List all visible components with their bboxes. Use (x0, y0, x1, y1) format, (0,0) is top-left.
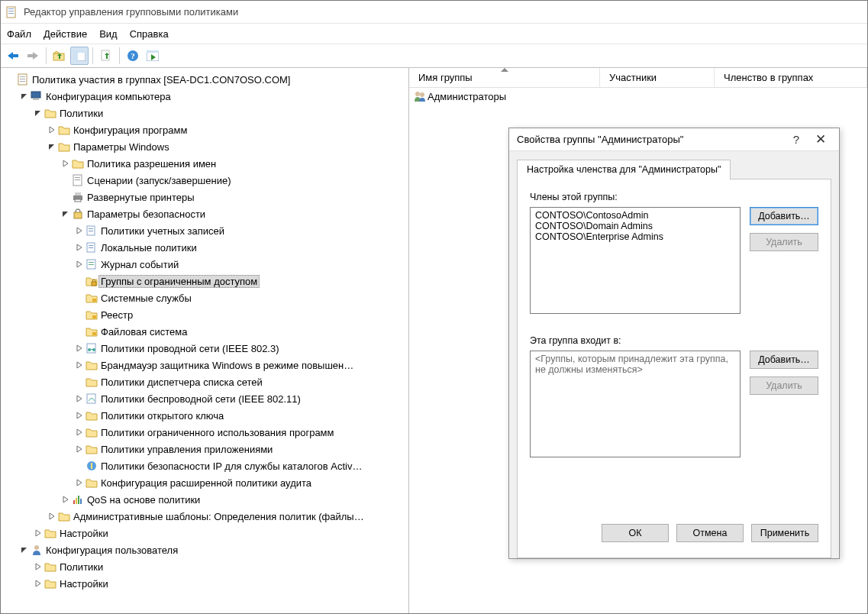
folder-lock-icon (85, 309, 98, 321)
remove-memberof-button[interactable]: Удалить (750, 376, 818, 395)
twisty-expanded-icon[interactable] (19, 91, 30, 102)
menu-file[interactable]: Файл (7, 28, 31, 40)
twisty-collapsed-icon[interactable] (47, 124, 57, 135)
tree-item-label[interactable]: Сценарии (запуск/завершение) (85, 174, 233, 187)
folder-icon (44, 107, 57, 119)
tree-item-label[interactable]: Параметры безопасности (85, 208, 208, 221)
tree-item-label[interactable]: Политики ограниченного использования про… (98, 426, 336, 439)
add-member-button[interactable]: Добавить… (750, 207, 818, 225)
tree-item-label[interactable]: Файловая система (98, 325, 189, 338)
help-button[interactable]: ? (124, 47, 142, 65)
tree-item-label[interactable]: Политики диспетчера списка сетей (98, 376, 265, 389)
tree-item-label[interactable]: Реестр (98, 309, 135, 322)
list-item[interactable]: CONTOSO\Domain Admins (535, 221, 735, 231)
tree-item-label[interactable]: Брандмауэр защитника Windows в режиме по… (98, 359, 356, 372)
svg-rect-49 (73, 500, 75, 504)
twisty-collapsed-icon[interactable] (74, 242, 85, 253)
twisty-collapsed-icon[interactable] (74, 259, 85, 270)
back-button[interactable] (4, 47, 22, 65)
tree-item-label[interactable]: Политика разрешения имен (85, 157, 218, 170)
tree-item-label[interactable]: Группы с ограниченным доступом (98, 275, 260, 288)
folder-icon (85, 426, 98, 438)
tab-membership[interactable]: Настройка членства для "Администраторы" (517, 160, 731, 179)
twisty-collapsed-icon[interactable] (74, 225, 85, 236)
column-member-of[interactable]: Членство в группах (715, 68, 867, 87)
tree-item-label[interactable]: Конфигурация программ (71, 124, 189, 137)
tree-item-label[interactable]: Параметры Windows (71, 141, 172, 154)
svg-rect-18 (20, 79, 25, 79)
list-item[interactable]: CONTOSO\ContosoAdmin (535, 210, 735, 221)
export-list-button[interactable] (97, 47, 115, 65)
cancel-button[interactable]: Отмена (676, 524, 744, 542)
memberof-label: Эта группа входит в: (530, 335, 818, 346)
twisty-collapsed-icon[interactable] (60, 158, 71, 169)
forward-button[interactable] (24, 47, 42, 65)
list-item[interactable]: CONTOSO\Enterprise Admins (535, 231, 735, 242)
help-icon[interactable]: ? (793, 133, 799, 146)
close-icon[interactable]: ✕ (810, 131, 831, 147)
tree-item-label[interactable]: Политики управления приложениями (98, 443, 275, 456)
twisty-expanded-icon[interactable] (33, 108, 44, 118)
svg-rect-5 (27, 54, 34, 57)
tree-item-label[interactable]: Настройки (57, 577, 111, 590)
tree-item-label[interactable]: Конфигурация пользователя (44, 544, 180, 557)
svg-rect-39 (92, 299, 96, 302)
twisty-collapsed-icon[interactable] (74, 360, 85, 370)
tree-item-label[interactable]: Политики (57, 107, 105, 120)
tree-item-label[interactable]: Журнал событий (98, 258, 181, 271)
list-row[interactable]: Администраторы (409, 88, 867, 105)
tree-item-label[interactable]: Политики (57, 561, 105, 574)
up-folder-button[interactable] (50, 47, 69, 65)
remove-member-button[interactable]: Удалить (750, 233, 818, 251)
twisty-collapsed-icon[interactable] (74, 393, 85, 404)
twisty-collapsed-icon[interactable] (74, 444, 85, 454)
tree-item-label[interactable]: Политики учетных записей (98, 225, 227, 238)
twisty-collapsed-icon[interactable] (74, 343, 85, 354)
tree-item-label[interactable]: Конфигурация расширенной политики аудита (98, 477, 314, 490)
add-memberof-button[interactable]: Добавить… (750, 351, 818, 369)
svg-rect-27 (75, 199, 81, 202)
window-title: Редактор управления групповыми политикам… (24, 6, 238, 18)
tree-item-label[interactable]: Локальные политики (98, 241, 199, 254)
folder-icon (85, 359, 98, 371)
twisty-collapsed-icon[interactable] (33, 528, 44, 538)
tree-item-label[interactable]: Политики безопасности IP для службы ката… (98, 460, 364, 473)
tree-item-label[interactable]: Настройки (57, 527, 111, 540)
column-members[interactable]: Участники (600, 68, 715, 87)
tree-item-label[interactable]: Развернутые принтеры (85, 191, 197, 204)
tree-item-label[interactable]: Политики беспроводной сети (IEEE 802.11) (98, 393, 303, 406)
tree-item-label[interactable]: QoS на основе политики (85, 493, 202, 506)
twisty-collapsed-icon[interactable] (33, 578, 44, 589)
show-item-button[interactable] (144, 47, 162, 65)
column-group-name[interactable]: Имя группы (409, 68, 600, 87)
tree-pane[interactable]: Политика участия в группах [SEA-DC1.CON7… (1, 68, 409, 613)
twisty-collapsed-icon[interactable] (33, 561, 44, 572)
tree-item-label[interactable]: Политики открытого ключа (98, 409, 226, 422)
svg-text:?: ? (131, 51, 135, 60)
svg-rect-31 (89, 231, 93, 231)
members-listbox[interactable]: CONTOSO\ContosoAdmin CONTOSO\Domain Admi… (530, 207, 741, 314)
twisty-expanded-icon[interactable] (60, 208, 71, 219)
tree-item-label[interactable]: Конфигурация компьютера (44, 90, 173, 103)
apply-button[interactable]: Применить (751, 524, 818, 542)
twisty-collapsed-icon[interactable] (74, 427, 85, 438)
twisty-collapsed-icon[interactable] (47, 511, 57, 522)
menu-action[interactable]: Действие (44, 28, 87, 40)
twisty-expanded-icon[interactable] (19, 545, 30, 555)
twisty-collapsed-icon[interactable] (74, 410, 85, 421)
twisty-collapsed-icon[interactable] (60, 494, 71, 505)
tree-item-label[interactable]: Политики проводной сети (IEEE 802.3) (98, 342, 282, 355)
tree-item-label[interactable]: Системные службы (98, 292, 194, 305)
menu-help[interactable]: Справка (130, 28, 169, 40)
tree-item-label[interactable]: Административные шаблоны: Определения по… (71, 510, 366, 523)
tree-root-label[interactable]: Политика участия в группах [SEA-DC1.CON7… (30, 73, 292, 86)
svg-rect-34 (89, 247, 93, 248)
ok-button[interactable]: ОК (602, 524, 669, 542)
memberof-listbox[interactable]: <Группы, которым принадлежит эта группа,… (530, 351, 741, 457)
twisty-collapsed-icon[interactable] (74, 477, 85, 488)
detail-pane-button[interactable] (70, 47, 89, 65)
twisty-expanded-icon[interactable] (47, 141, 57, 152)
menu-view[interactable]: Вид (99, 28, 118, 40)
printer-icon (71, 191, 85, 203)
security-icon (71, 208, 85, 220)
